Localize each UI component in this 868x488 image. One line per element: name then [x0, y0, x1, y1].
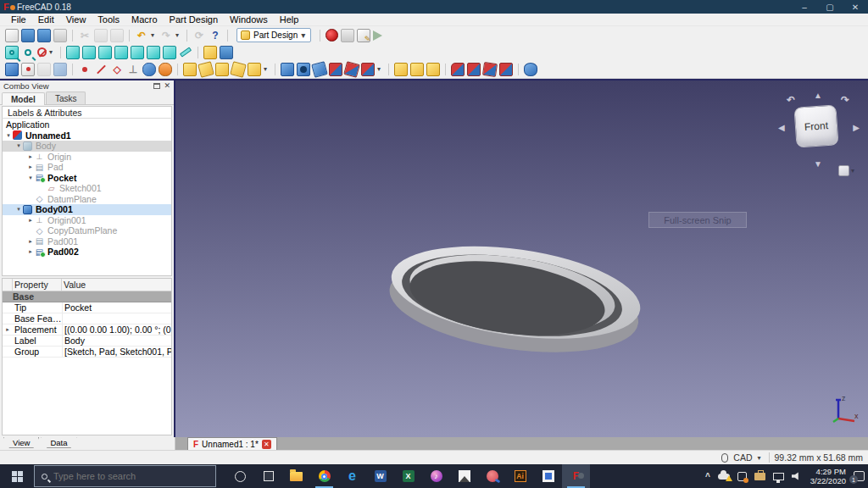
- property-group-base[interactable]: Base: [3, 291, 171, 302]
- cut-icon[interactable]: ✂: [78, 29, 92, 42]
- measure-distance-icon[interactable]: [179, 46, 192, 59]
- datum-point-icon[interactable]: [78, 63, 92, 76]
- additive-loft-icon[interactable]: [215, 63, 229, 76]
- nav-cube-menu-icon[interactable]: ▾: [851, 167, 854, 175]
- revolution-icon[interactable]: [198, 61, 214, 78]
- bottom-view-icon[interactable]: [147, 46, 160, 59]
- property-row-placement[interactable]: ▸ Placement [(0.00 0.00 1.00); 0.00 °; (…: [3, 324, 171, 336]
- taskbar-clock[interactable]: 4:29 PM 3/22/2020: [810, 467, 846, 485]
- navigation-cube[interactable]: ↶ ↷ ▲ ◀ ▶ ▼ Front: [780, 96, 856, 162]
- create-body-icon[interactable]: [5, 63, 19, 76]
- tree-item-origin[interactable]: ▸ ⊥ Origin: [3, 152, 171, 163]
- cortana-button[interactable]: [226, 464, 254, 488]
- chevron-down-icon[interactable]: ▾: [4, 132, 13, 139]
- zoom-selection-icon[interactable]: [21, 46, 35, 59]
- photos-button[interactable]: [450, 464, 478, 488]
- nav-cube-front-face[interactable]: Front: [793, 104, 838, 147]
- print-icon[interactable]: [53, 29, 67, 42]
- tree-item-pad002[interactable]: ▸ ▤ Pad002: [3, 247, 171, 258]
- tab-view[interactable]: View: [3, 437, 39, 448]
- create-sketch-icon[interactable]: [21, 63, 35, 76]
- std-group-icon[interactable]: [220, 46, 233, 59]
- draft-icon[interactable]: [482, 61, 498, 76]
- subtractive-loft-icon[interactable]: [329, 63, 342, 76]
- display-tray-icon[interactable]: [773, 473, 784, 480]
- start-button[interactable]: [0, 464, 34, 488]
- local-coordinate-system-icon[interactable]: ⊥: [126, 63, 140, 76]
- freecad-taskbar-button[interactable]: F: [562, 464, 590, 488]
- rear-view-icon[interactable]: [131, 46, 144, 59]
- viewport-3d[interactable]: Full-screen Snip ↶ ↷ ▲ ◀ ▶ ▼ Front ▾: [175, 80, 868, 437]
- tree-item-body001[interactable]: ▾ Body001: [3, 204, 171, 215]
- linear-pattern-icon[interactable]: [410, 63, 424, 76]
- pocket-icon[interactable]: [281, 63, 294, 76]
- tab-tasks[interactable]: Tasks: [46, 92, 86, 104]
- tab-model[interactable]: Model: [2, 92, 45, 105]
- tree-item-datumplane[interactable]: ◇ DatumPlane: [3, 194, 171, 205]
- open-file-icon[interactable]: [21, 29, 35, 42]
- macro-stop-icon[interactable]: [341, 29, 354, 42]
- menu-help[interactable]: Help: [274, 14, 305, 25]
- chevron-right-icon[interactable]: ▸: [26, 153, 35, 160]
- chamfer-icon[interactable]: [467, 63, 481, 76]
- chevron-right-icon[interactable]: ▸: [26, 248, 35, 255]
- mirrored-icon[interactable]: [394, 63, 408, 76]
- onedrive-warning-icon[interactable]: [718, 474, 730, 480]
- property-row-tip[interactable]: Tip Pocket: [3, 302, 171, 313]
- property-row-base-feature[interactable]: Base Feature: [3, 313, 171, 324]
- search-input[interactable]: [53, 471, 189, 481]
- front-view-icon[interactable]: [82, 46, 96, 59]
- edge-button[interactable]: e: [338, 464, 366, 488]
- tab-data[interactable]: Data: [41, 437, 76, 448]
- map-sketch-icon[interactable]: [53, 63, 67, 76]
- redo-dropdown-icon[interactable]: ▾: [175, 31, 181, 39]
- save-file-icon[interactable]: [37, 29, 51, 42]
- pad-icon[interactable]: [183, 63, 197, 76]
- rotate-ccw-icon[interactable]: ↶: [787, 94, 795, 106]
- top-view-icon[interactable]: [98, 46, 112, 59]
- nav-style-dropdown-icon[interactable]: ▾: [758, 454, 764, 462]
- tree-item-pad[interactable]: ▸ ▤ Pad: [3, 162, 171, 173]
- menu-part-design[interactable]: Part Design: [164, 14, 224, 25]
- snagit-button[interactable]: [478, 464, 506, 488]
- chevron-down-icon[interactable]: ▾: [14, 206, 23, 213]
- tree-root[interactable]: Application: [3, 119, 171, 130]
- shape-binder-icon[interactable]: [142, 63, 156, 76]
- itunes-button[interactable]: ♪: [422, 464, 450, 488]
- refresh-icon[interactable]: ⟳: [192, 29, 206, 42]
- left-view-icon[interactable]: [163, 46, 176, 59]
- workbench-selector[interactable]: Part Design ▾: [236, 28, 311, 42]
- tree-item-body[interactable]: ▾ Body: [3, 141, 171, 152]
- macro-play-icon[interactable]: [373, 30, 382, 41]
- chrome-button[interactable]: [310, 464, 338, 488]
- chevron-right-icon[interactable]: ▸: [26, 164, 35, 170]
- model-disc[interactable]: [382, 238, 645, 361]
- document-tab[interactable]: F Unnamed1 : 1* ✕: [187, 437, 277, 450]
- draw-style-icon[interactable]: [37, 47, 47, 57]
- menu-macro[interactable]: Macro: [125, 14, 164, 25]
- arrow-left-icon[interactable]: ◀: [778, 123, 785, 132]
- datum-line-icon[interactable]: [94, 63, 108, 76]
- task-view-button[interactable]: [254, 464, 282, 488]
- briefcase-tray-icon[interactable]: [754, 473, 765, 480]
- volume-icon[interactable]: [792, 472, 803, 480]
- tree-item-origin001[interactable]: ▸ ⊥ Origin001: [3, 215, 171, 226]
- mini-cube-icon[interactable]: [838, 165, 849, 176]
- macro-edit-icon[interactable]: [357, 29, 370, 42]
- chevron-right-icon[interactable]: ▸: [26, 238, 35, 245]
- update-tray-icon[interactable]: [737, 472, 747, 481]
- chevron-down-icon[interactable]: ▾: [26, 175, 35, 181]
- right-view-icon[interactable]: [114, 46, 128, 59]
- menu-tools[interactable]: Tools: [92, 14, 125, 25]
- hole-icon[interactable]: [297, 63, 310, 76]
- std-part-icon[interactable]: [203, 46, 217, 59]
- chevron-right-icon[interactable]: ▸: [3, 326, 13, 333]
- dock-float-icon[interactable]: [153, 83, 160, 89]
- tree-item-copydatumplane[interactable]: ◇ CopyDatumPlane: [3, 225, 171, 236]
- paste-icon[interactable]: [110, 29, 124, 42]
- arrow-down-icon[interactable]: ▼: [814, 159, 822, 169]
- draw-style-dropdown-icon[interactable]: ▾: [49, 48, 55, 56]
- datum-plane-icon[interactable]: ◇: [110, 63, 124, 76]
- illustrator-button[interactable]: Ai: [506, 464, 534, 488]
- edit-sketch-icon[interactable]: [37, 63, 51, 76]
